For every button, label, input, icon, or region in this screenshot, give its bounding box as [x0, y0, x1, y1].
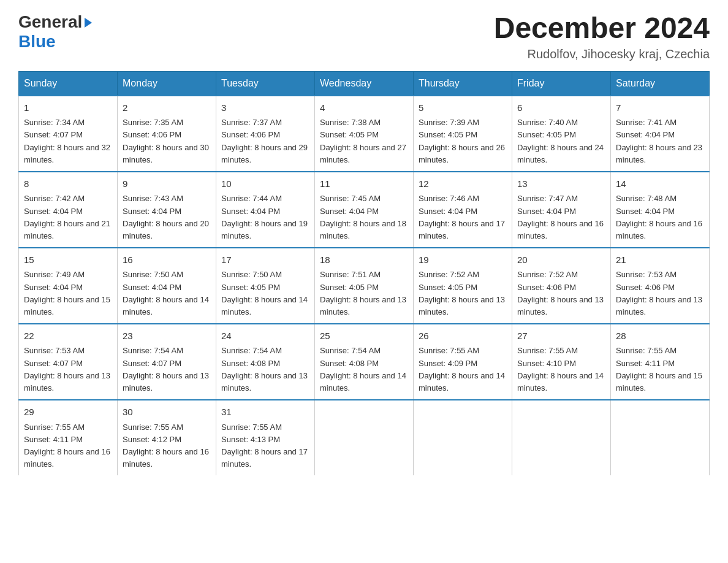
calendar-cell: 29Sunrise: 7:55 AMSunset: 4:11 PMDayligh… [19, 400, 118, 475]
day-info: Sunrise: 7:46 AMSunset: 4:04 PMDaylight:… [419, 193, 507, 242]
day-info: Sunrise: 7:54 AMSunset: 4:08 PMDaylight:… [221, 345, 309, 394]
day-info: Sunrise: 7:44 AMSunset: 4:04 PMDaylight:… [221, 193, 309, 242]
calendar-cell: 15Sunrise: 7:49 AMSunset: 4:04 PMDayligh… [19, 248, 118, 324]
day-info: Sunrise: 7:55 AMSunset: 4:11 PMDaylight:… [616, 345, 704, 394]
calendar-week-5: 29Sunrise: 7:55 AMSunset: 4:11 PMDayligh… [19, 400, 710, 475]
day-number: 24 [221, 329, 309, 343]
day-info: Sunrise: 7:51 AMSunset: 4:05 PMDaylight:… [320, 269, 408, 318]
calendar-cell: 10Sunrise: 7:44 AMSunset: 4:04 PMDayligh… [216, 172, 315, 248]
day-number: 17 [221, 253, 309, 267]
day-info: Sunrise: 7:52 AMSunset: 4:06 PMDaylight:… [517, 269, 605, 318]
day-number: 28 [616, 329, 704, 343]
calendar-cell: 21Sunrise: 7:53 AMSunset: 4:06 PMDayligh… [611, 248, 710, 324]
calendar-cell: 24Sunrise: 7:54 AMSunset: 4:08 PMDayligh… [216, 324, 315, 400]
calendar-table: SundayMondayTuesdayWednesdayThursdayFrid… [18, 71, 710, 475]
col-header-saturday: Saturday [611, 71, 710, 96]
day-number: 11 [320, 177, 408, 191]
day-number: 20 [517, 253, 605, 267]
col-header-monday: Monday [118, 71, 216, 96]
day-info: Sunrise: 7:52 AMSunset: 4:05 PMDaylight:… [419, 269, 507, 318]
day-number: 23 [123, 329, 211, 343]
calendar-cell: 8Sunrise: 7:42 AMSunset: 4:04 PMDaylight… [19, 172, 118, 248]
calendar-header-row: SundayMondayTuesdayWednesdayThursdayFrid… [19, 71, 710, 96]
day-number: 21 [616, 253, 704, 267]
day-info: Sunrise: 7:50 AMSunset: 4:04 PMDaylight:… [123, 269, 211, 318]
day-info: Sunrise: 7:54 AMSunset: 4:08 PMDaylight:… [320, 345, 408, 394]
calendar-cell: 9Sunrise: 7:43 AMSunset: 4:04 PMDaylight… [118, 172, 216, 248]
col-header-wednesday: Wednesday [315, 71, 414, 96]
title-block: December 2024 Rudolfov, Jihocesky kraj, … [494, 12, 710, 61]
calendar-cell: 3Sunrise: 7:37 AMSunset: 4:06 PMDaylight… [216, 96, 315, 172]
calendar-cell: 5Sunrise: 7:39 AMSunset: 4:05 PMDaylight… [414, 96, 512, 172]
day-number: 7 [616, 101, 704, 115]
day-info: Sunrise: 7:34 AMSunset: 4:07 PMDaylight:… [24, 117, 112, 166]
day-number: 31 [221, 405, 309, 419]
day-info: Sunrise: 7:37 AMSunset: 4:06 PMDaylight:… [221, 117, 309, 166]
calendar-cell: 14Sunrise: 7:48 AMSunset: 4:04 PMDayligh… [611, 172, 710, 248]
day-number: 8 [24, 177, 112, 191]
day-number: 18 [320, 253, 408, 267]
day-number: 15 [24, 253, 112, 267]
calendar-cell [315, 400, 414, 475]
day-number: 27 [517, 329, 605, 343]
day-number: 13 [517, 177, 605, 191]
calendar-cell: 27Sunrise: 7:55 AMSunset: 4:10 PMDayligh… [512, 324, 611, 400]
calendar-cell: 30Sunrise: 7:55 AMSunset: 4:12 PMDayligh… [118, 400, 216, 475]
calendar-cell: 2Sunrise: 7:35 AMSunset: 4:06 PMDaylight… [118, 96, 216, 172]
calendar-cell: 31Sunrise: 7:55 AMSunset: 4:13 PMDayligh… [216, 400, 315, 475]
day-info: Sunrise: 7:38 AMSunset: 4:05 PMDaylight:… [320, 117, 408, 166]
day-info: Sunrise: 7:45 AMSunset: 4:04 PMDaylight:… [320, 193, 408, 242]
day-info: Sunrise: 7:47 AMSunset: 4:04 PMDaylight:… [517, 193, 605, 242]
calendar-cell: 13Sunrise: 7:47 AMSunset: 4:04 PMDayligh… [512, 172, 611, 248]
day-number: 26 [419, 329, 507, 343]
calendar-cell: 17Sunrise: 7:50 AMSunset: 4:05 PMDayligh… [216, 248, 315, 324]
day-info: Sunrise: 7:40 AMSunset: 4:05 PMDaylight:… [517, 117, 605, 166]
day-number: 9 [123, 177, 211, 191]
calendar-cell: 19Sunrise: 7:52 AMSunset: 4:05 PMDayligh… [414, 248, 512, 324]
calendar-cell: 7Sunrise: 7:41 AMSunset: 4:04 PMDaylight… [611, 96, 710, 172]
calendar-cell: 20Sunrise: 7:52 AMSunset: 4:06 PMDayligh… [512, 248, 611, 324]
day-number: 1 [24, 101, 112, 115]
day-info: Sunrise: 7:39 AMSunset: 4:05 PMDaylight:… [419, 117, 507, 166]
calendar-cell: 28Sunrise: 7:55 AMSunset: 4:11 PMDayligh… [611, 324, 710, 400]
col-header-thursday: Thursday [414, 71, 512, 96]
day-info: Sunrise: 7:35 AMSunset: 4:06 PMDaylight:… [123, 117, 211, 166]
day-info: Sunrise: 7:55 AMSunset: 4:13 PMDaylight:… [221, 421, 309, 471]
calendar-cell: 22Sunrise: 7:53 AMSunset: 4:07 PMDayligh… [19, 324, 118, 400]
calendar-cell: 23Sunrise: 7:54 AMSunset: 4:07 PMDayligh… [118, 324, 216, 400]
day-info: Sunrise: 7:55 AMSunset: 4:11 PMDaylight:… [24, 421, 112, 471]
calendar-week-2: 8Sunrise: 7:42 AMSunset: 4:04 PMDaylight… [19, 172, 710, 248]
day-number: 3 [221, 101, 309, 115]
day-info: Sunrise: 7:53 AMSunset: 4:06 PMDaylight:… [616, 269, 704, 318]
day-number: 12 [419, 177, 507, 191]
calendar-cell [414, 400, 512, 475]
day-info: Sunrise: 7:48 AMSunset: 4:04 PMDaylight:… [616, 193, 704, 242]
day-number: 25 [320, 329, 408, 343]
col-header-tuesday: Tuesday [216, 71, 315, 96]
day-number: 6 [517, 101, 605, 115]
calendar-cell: 25Sunrise: 7:54 AMSunset: 4:08 PMDayligh… [315, 324, 414, 400]
logo-triangle-icon [85, 18, 92, 28]
day-info: Sunrise: 7:41 AMSunset: 4:04 PMDaylight:… [616, 117, 704, 166]
day-info: Sunrise: 7:54 AMSunset: 4:07 PMDaylight:… [123, 345, 211, 394]
calendar-cell: 1Sunrise: 7:34 AMSunset: 4:07 PMDaylight… [19, 96, 118, 172]
col-header-friday: Friday [512, 71, 611, 96]
day-info: Sunrise: 7:49 AMSunset: 4:04 PMDaylight:… [24, 269, 112, 318]
day-info: Sunrise: 7:55 AMSunset: 4:12 PMDaylight:… [123, 421, 211, 471]
calendar-cell: 4Sunrise: 7:38 AMSunset: 4:05 PMDaylight… [315, 96, 414, 172]
calendar-cell: 16Sunrise: 7:50 AMSunset: 4:04 PMDayligh… [118, 248, 216, 324]
location-subtitle: Rudolfov, Jihocesky kraj, Czechia [494, 47, 710, 61]
logo: General Blue [18, 12, 92, 52]
logo-general-text: General [18, 12, 82, 32]
calendar-cell: 18Sunrise: 7:51 AMSunset: 4:05 PMDayligh… [315, 248, 414, 324]
day-number: 14 [616, 177, 704, 191]
page-header: General Blue December 2024 Rudolfov, Jih… [18, 12, 710, 61]
day-info: Sunrise: 7:55 AMSunset: 4:10 PMDaylight:… [517, 345, 605, 394]
day-number: 10 [221, 177, 309, 191]
logo-blue-text: Blue [18, 32, 56, 52]
day-number: 4 [320, 101, 408, 115]
day-number: 5 [419, 101, 507, 115]
day-info: Sunrise: 7:42 AMSunset: 4:04 PMDaylight:… [24, 193, 112, 242]
day-number: 19 [419, 253, 507, 267]
day-info: Sunrise: 7:43 AMSunset: 4:04 PMDaylight:… [123, 193, 211, 242]
